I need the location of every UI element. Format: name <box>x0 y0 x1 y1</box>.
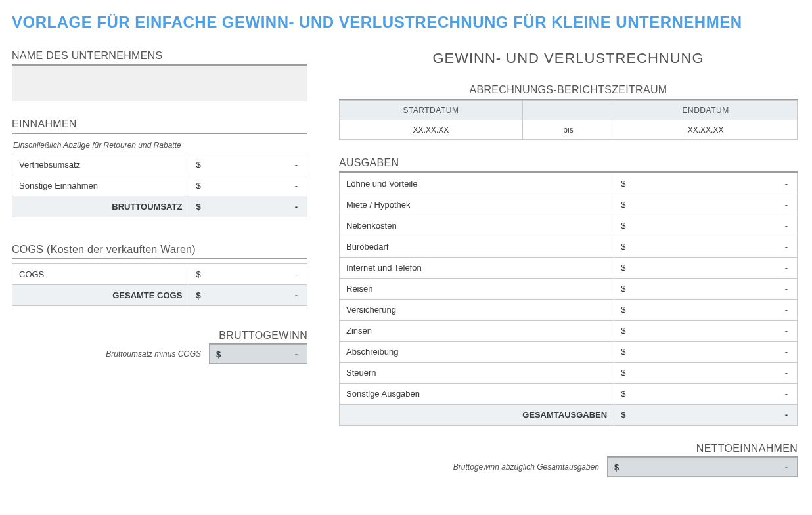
row-value[interactable]: - <box>632 258 797 279</box>
start-date-header: STARTDATUM <box>340 101 523 120</box>
row-value[interactable]: - <box>632 173 797 194</box>
currency-symbol: $ <box>210 349 221 359</box>
company-name-label: NAME DES UNTERNEHMENS <box>12 50 307 62</box>
currency-symbol: $ <box>614 215 633 236</box>
expenses-table: Löhne und Vorteile$-Miete / Hypothek$-Ne… <box>339 173 798 426</box>
period-sep: bis <box>522 120 614 140</box>
total-row: GESAMTAUSGABEN$- <box>340 405 798 426</box>
end-date-value[interactable]: XX.XX.XX <box>614 120 798 140</box>
total-value: - <box>208 285 307 306</box>
currency-symbol: $ <box>614 258 633 279</box>
total-value: - <box>632 405 797 426</box>
table-row: Sonstige Einnahmen$- <box>12 175 307 196</box>
row-label: Miete / Hypothek <box>340 194 614 215</box>
row-value[interactable]: - <box>208 175 307 196</box>
table-row: Reisen$- <box>340 279 798 300</box>
currency-symbol: $ <box>189 196 208 217</box>
table-row: Versicherung$- <box>340 300 798 321</box>
row-value[interactable]: - <box>632 384 797 405</box>
currency-symbol: $ <box>189 264 208 285</box>
row-value[interactable]: - <box>632 342 797 363</box>
row-value[interactable]: - <box>208 264 307 285</box>
total-label: GESAMTE COGS <box>12 285 189 306</box>
currency-symbol: $ <box>608 462 619 472</box>
net-income-caption: Bruttogewinn abzüglich Gesamtausgaben <box>339 462 607 472</box>
revenue-note: Einschließlich Abzüge für Retouren und R… <box>13 141 307 150</box>
revenue-heading: EINNAHMEN <box>12 118 307 130</box>
currency-symbol: $ <box>614 279 633 300</box>
gross-profit-value: - <box>221 349 307 359</box>
period-table: STARTDATUM ENDDATUM XX.XX.XX bis XX.XX.X… <box>339 100 798 140</box>
page-title: VORLAGE FÜR EINFACHE GEWINN- UND VERLUST… <box>12 13 800 32</box>
row-value[interactable]: - <box>632 300 797 321</box>
gross-profit-heading: BRUTTOGEWINN <box>12 330 307 342</box>
row-label: Sonstige Ausgaben <box>340 384 614 405</box>
row-label: Abschreibung <box>340 342 614 363</box>
row-label: Vertriebsumsatz <box>12 154 189 175</box>
net-income-heading: NETTOEINNAHMEN <box>339 443 798 455</box>
row-label: Zinsen <box>340 321 614 342</box>
currency-symbol: $ <box>614 405 633 426</box>
table-row: Nebenkosten$- <box>340 215 798 236</box>
table-row: Miete / Hypothek$- <box>340 194 798 215</box>
row-value[interactable]: - <box>632 279 797 300</box>
currency-symbol: $ <box>614 173 633 194</box>
row-label: Steuern <box>340 363 614 384</box>
row-label: Löhne und Vorteile <box>340 173 614 194</box>
table-row: Löhne und Vorteile$- <box>340 173 798 194</box>
gross-profit-value-box: $ - <box>209 344 307 364</box>
table-row: Vertriebsumsatz$- <box>12 154 307 175</box>
total-row: GESAMTE COGS$- <box>12 285 307 306</box>
company-name-input[interactable] <box>12 66 307 101</box>
currency-symbol: $ <box>614 384 633 405</box>
table-row: Zinsen$- <box>340 321 798 342</box>
expenses-heading: AUSGABEN <box>339 157 798 169</box>
total-value: - <box>208 196 307 217</box>
total-label: BRUTTOUMSATZ <box>12 196 189 217</box>
revenue-table: Vertriebsumsatz$-Sonstige Einnahmen$-BRU… <box>12 154 307 217</box>
table-row: Steuern$- <box>340 363 798 384</box>
row-value[interactable]: - <box>632 321 797 342</box>
total-row: BRUTTOUMSATZ$- <box>12 196 307 217</box>
net-income-value: - <box>619 462 797 472</box>
net-income-value-box: $ - <box>607 457 798 477</box>
row-value[interactable]: - <box>632 236 797 258</box>
currency-symbol: $ <box>614 300 633 321</box>
divider <box>12 258 307 259</box>
currency-symbol: $ <box>614 363 633 384</box>
currency-symbol: $ <box>614 236 633 258</box>
currency-symbol: $ <box>614 321 633 342</box>
start-date-value[interactable]: XX.XX.XX <box>340 120 523 140</box>
currency-symbol: $ <box>189 175 208 196</box>
table-row: Sonstige Ausgaben$- <box>340 384 798 405</box>
row-value[interactable]: - <box>632 363 797 384</box>
row-value[interactable]: - <box>632 215 797 236</box>
row-label: Versicherung <box>340 300 614 321</box>
table-row: Internet und Telefon$- <box>340 258 798 279</box>
row-label: Nebenkosten <box>340 215 614 236</box>
cogs-table: COGS$-GESAMTE COGS$- <box>12 263 307 306</box>
total-label: GESAMTAUSGABEN <box>340 405 614 426</box>
currency-symbol: $ <box>189 154 208 175</box>
row-label: Internet und Telefon <box>340 258 614 279</box>
gross-profit-caption: Bruttoumsatz minus COGS <box>12 349 209 359</box>
row-label: Sonstige Einnahmen <box>12 175 189 196</box>
statement-heading: GEWINN- UND VERLUSTRECHNUNG <box>339 50 798 67</box>
currency-symbol: $ <box>189 285 208 306</box>
row-label: Reisen <box>340 279 614 300</box>
row-label: COGS <box>12 264 189 285</box>
currency-symbol: $ <box>614 194 633 215</box>
cogs-heading: COGS (Kosten der verkauften Waren) <box>12 244 307 256</box>
divider <box>12 133 307 134</box>
table-row: COGS$- <box>12 264 307 285</box>
end-date-header: ENDDATUM <box>614 101 798 120</box>
row-value[interactable]: - <box>632 194 797 215</box>
period-label: ABRECHNUNGS-BERICHTSZEITRAUM <box>339 84 798 96</box>
row-label: Bürobedarf <box>340 236 614 258</box>
table-row: Bürobedarf$- <box>340 236 798 258</box>
row-value[interactable]: - <box>208 154 307 175</box>
currency-symbol: $ <box>614 342 633 363</box>
table-row: Abschreibung$- <box>340 342 798 363</box>
